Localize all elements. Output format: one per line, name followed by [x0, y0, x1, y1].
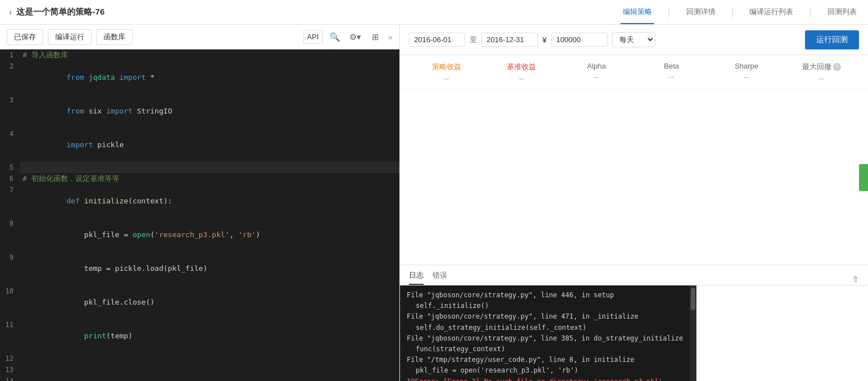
stat-max-drawdown-label: 最大回撤 ?	[784, 62, 859, 72]
compile-run-button[interactable]: 编译运行	[48, 29, 92, 45]
editor-panel: 已保存 编译运行 函数库 API 🔍 ⚙▾ ⊞ » 1 # 导入函数库 2 fr…	[0, 25, 399, 381]
code-editor[interactable]: 1 # 导入函数库 2 from jqdata import * 3 from …	[0, 49, 399, 381]
tab-edit-strategy[interactable]: 编辑策略	[620, 0, 654, 24]
code-line-3: 3 from six import StringIO	[0, 94, 399, 128]
stat-strategy-label: 策略收益	[409, 62, 484, 72]
main-layout: 已保存 编译运行 函数库 API 🔍 ⚙▾ ⊞ » 1 # 导入函数库 2 fr…	[0, 25, 868, 381]
log-scrollbar[interactable]	[690, 285, 696, 381]
settings-icon[interactable]: ⚙▾	[348, 29, 363, 45]
stat-beta-value: --	[634, 72, 709, 81]
run-backtest-button[interactable]: 运行回测	[805, 30, 859, 49]
currency-symbol: ¥	[542, 35, 547, 44]
tab-run-list[interactable]: 编译运行列表	[747, 0, 795, 24]
log-line-8: pkl_file = open('research_p3.pkl', 'rb')	[407, 365, 683, 376]
code-line-6: 6 # 初始化函数，设定基准等等	[0, 173, 399, 184]
stat-baseline-label: 基准收益	[484, 62, 559, 72]
chart-area	[400, 90, 868, 265]
log-line-6: func(strategy_context)	[407, 344, 683, 355]
top-nav: ‹ 这是一个简单的策略-76 编辑策略 | 回测详情 | 编译运行列表 | 回测…	[0, 0, 868, 25]
grid-icon[interactable]: ⊞	[368, 29, 384, 45]
nav-tabs: 编辑策略 | 回测详情 | 编译运行列表 | 回测列表	[620, 0, 859, 24]
stat-strategy-return: 策略收益 --	[409, 62, 484, 83]
code-line-13: 13	[0, 364, 399, 375]
stat-max-drawdown-value: --	[784, 74, 859, 83]
tab-backtest-detail[interactable]: 回测详情	[684, 0, 718, 24]
stat-baseline-return: 基准收益 --	[484, 62, 559, 83]
stat-alpha-value: --	[559, 72, 634, 81]
page-title-area: ‹ 这是一个简单的策略-76	[9, 7, 105, 17]
log-panel: 日志 错误 ⇑ File "jqboson/core/strategy.py",…	[400, 265, 868, 381]
green-tab-expand[interactable]	[859, 164, 868, 191]
api-button[interactable]: API	[303, 30, 323, 44]
stat-beta-label: Beta	[634, 62, 709, 70]
log-line-7: File "/tmp/strategy/user_code.py", line …	[407, 355, 683, 365]
code-line-14: 14	[0, 375, 399, 381]
log-tabs: 日志 错误 ⇑	[400, 265, 868, 285]
log-tab-log[interactable]: 日志	[409, 267, 424, 285]
date-from-input[interactable]	[409, 33, 465, 47]
stat-beta: Beta --	[634, 62, 709, 83]
stat-sharpe-label: Sharpe	[709, 62, 784, 70]
date-separator: 至	[470, 35, 477, 45]
saved-button[interactable]: 已保存	[7, 29, 43, 45]
search-icon[interactable]: 🔍	[327, 29, 343, 45]
code-line-1: 1 # 导入函数库	[0, 49, 399, 61]
log-line-2: self._initialize()	[407, 301, 683, 311]
log-content[interactable]: File "jqboson/core/strategy.py", line 44…	[400, 285, 690, 381]
stat-alpha: Alpha --	[559, 62, 634, 83]
right-panel: 至 ¥ 每天 每分钟 每周 运行回测 策略收益 -- 基准收益 -- Alpha	[399, 25, 868, 381]
stat-max-drawdown: 最大回撤 ? --	[784, 62, 859, 83]
stat-sharpe: Sharpe --	[709, 62, 784, 83]
code-line-12: 12	[0, 353, 399, 364]
page-title: 这是一个简单的策略-76	[16, 7, 105, 17]
stat-strategy-value: --	[409, 74, 484, 83]
library-button[interactable]: 函数库	[96, 29, 133, 45]
tab-backtest-list[interactable]: 回测列表	[825, 0, 859, 24]
stat-baseline-value: --	[484, 74, 559, 83]
help-icon[interactable]: ?	[833, 63, 841, 71]
log-line-9: IOError: [Errno 2] No such file or direc…	[407, 377, 683, 382]
log-tab-errors[interactable]: 错误	[433, 267, 447, 285]
code-line-8: 8 pkl_file = open('research_p3.pkl', 'rb…	[0, 218, 399, 252]
editor-toolbar: 已保存 编译运行 函数库 API 🔍 ⚙▾ ⊞ »	[0, 25, 399, 49]
date-to-input[interactable]	[482, 33, 538, 47]
backtest-toolbar: 至 ¥ 每天 每分钟 每周 运行回测	[400, 25, 868, 55]
code-line-5: 5	[0, 162, 399, 173]
more-icon[interactable]: »	[388, 32, 393, 42]
log-panel-inner: File "jqboson/core/strategy.py", line 44…	[400, 285, 868, 381]
log-scrollbar-thumb	[691, 288, 695, 310]
code-line-2: 2 from jqdata import *	[0, 61, 399, 94]
log-line-5: File "jqboson/core/strategy.py", line 38…	[407, 333, 683, 344]
stat-sharpe-value: --	[709, 72, 784, 81]
amount-input[interactable]	[551, 33, 608, 47]
back-arrow-icon[interactable]: ‹	[9, 7, 12, 17]
stat-alpha-label: Alpha	[559, 62, 634, 70]
log-line-4: self.do_strategy_initialize(self._contex…	[407, 323, 683, 333]
code-line-9: 9 temp = pickle.load(pkl_file)	[0, 252, 399, 285]
code-line-4: 4 import pickle	[0, 128, 399, 162]
collapse-log-icon[interactable]: ⇑	[852, 274, 859, 285]
stats-row: 策略收益 -- 基准收益 -- Alpha -- Beta -- Sharpe …	[400, 55, 868, 90]
code-line-10: 10 pkl_file.close()	[0, 285, 399, 319]
log-line-1: File "jqboson/core/strategy.py", line 44…	[407, 290, 683, 301]
code-line-7: 7 def initialize(context):	[0, 184, 399, 218]
code-line-11: 11 print(temp)	[0, 319, 399, 353]
frequency-select[interactable]: 每天 每分钟 每周	[612, 32, 655, 47]
log-line-3: File "jqboson/core/strategy.py", line 47…	[407, 311, 683, 322]
